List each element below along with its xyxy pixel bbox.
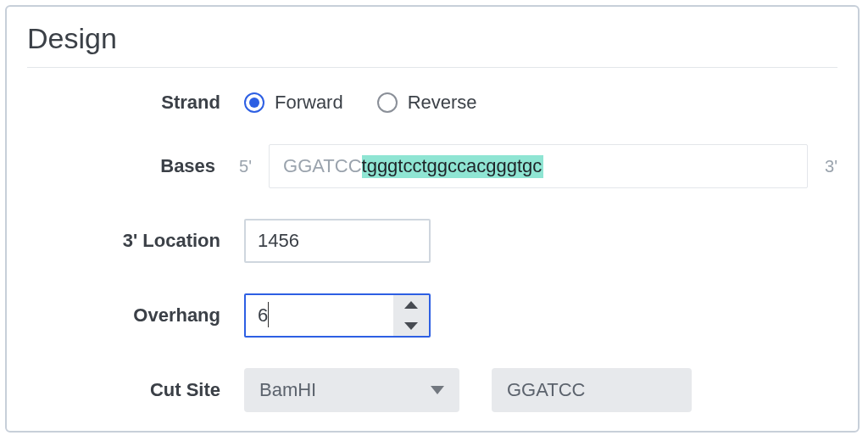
cutsite-enzyme-value: BamHI: [259, 379, 316, 401]
bases-highlight: tgggtcctggccacgggtgc: [362, 155, 544, 178]
row-bases: Bases 5' GGATCCtgggtcctggccacgggtgc 3': [27, 144, 837, 188]
row-overhang: Overhang: [27, 293, 837, 338]
panel-title: Design: [27, 22, 837, 55]
strand-radio-group: Forward Reverse: [244, 92, 477, 114]
stepper-buttons: [393, 295, 429, 336]
location-input[interactable]: [244, 219, 431, 263]
bases-control: 5' GGATCCtgggtcctggccacgggtgc 3': [239, 144, 837, 188]
location-control: [244, 219, 431, 263]
radio-forward-label: Forward: [275, 92, 343, 114]
radio-reverse-label: Reverse: [408, 92, 477, 114]
five-prime-label: 5': [239, 157, 252, 176]
label-cutsite: Cut Site: [27, 379, 244, 401]
radio-forward[interactable]: Forward: [244, 92, 343, 114]
design-panel: Design Strand Forward Reverse Bases 5' G…: [5, 5, 860, 433]
text-caret-icon: [268, 302, 269, 327]
bases-input[interactable]: GGATCCtgggtcctggccacgggtgc: [269, 144, 808, 188]
chevron-down-icon: [404, 322, 418, 330]
radio-forward-icon: [244, 92, 264, 113]
label-strand: Strand: [27, 92, 244, 114]
bases-prefix: GGATCC: [283, 155, 361, 177]
row-strand: Strand Forward Reverse: [27, 92, 837, 114]
divider: [27, 67, 837, 68]
cutsite-control: BamHI GGATCC: [244, 368, 692, 412]
row-location: 3' Location: [27, 219, 837, 263]
chevron-up-icon: [404, 301, 418, 309]
radio-reverse[interactable]: Reverse: [377, 92, 477, 114]
radio-reverse-icon: [377, 92, 398, 113]
three-prime-label: 3': [825, 157, 837, 176]
row-cutsite: Cut Site BamHI GGATCC: [27, 368, 837, 412]
label-bases: Bases: [27, 155, 239, 177]
step-down-button[interactable]: [393, 315, 429, 336]
overhang-stepper: [244, 293, 431, 338]
cutsite-enzyme-dropdown[interactable]: BamHI: [244, 368, 459, 412]
cutsite-sequence-value: GGATCC: [507, 379, 585, 401]
chevron-down-icon: [431, 386, 444, 394]
step-up-button[interactable]: [393, 295, 429, 315]
label-overhang: Overhang: [27, 304, 244, 327]
overhang-control: [244, 293, 431, 338]
cutsite-sequence: GGATCC: [492, 368, 692, 412]
label-location: 3' Location: [27, 230, 244, 252]
